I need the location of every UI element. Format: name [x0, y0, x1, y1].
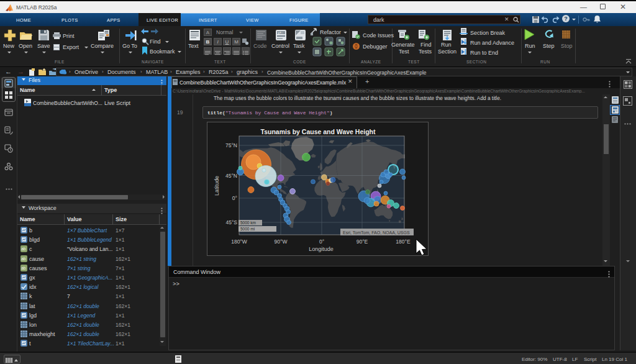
svg-text:Esri, TomTom, FAO, NOAA, USGS: Esri, TomTom, FAO, NOAA, USGS: [343, 230, 410, 235]
svg-text:45°S: 45°S: [225, 219, 237, 225]
svg-text:ab: ab: [21, 247, 26, 251]
svg-text:45°N: 45°N: [225, 173, 237, 179]
svg-text:180°W: 180°W: [231, 239, 247, 245]
svg-text:5000 km: 5000 km: [240, 221, 256, 225]
svg-text:0°: 0°: [232, 195, 237, 201]
svg-text:5000 mi: 5000 mi: [240, 227, 255, 231]
svg-text:180°E: 180°E: [396, 239, 411, 245]
svg-text:Longitude: Longitude: [309, 246, 334, 252]
svg-text:90°E: 90°E: [357, 239, 368, 245]
svg-text:ab: ab: [21, 266, 26, 270]
svg-text:Tsunamis by Cause and Wave Hei: Tsunamis by Cause and Wave Height: [261, 128, 376, 135]
svg-text:Latitude: Latitude: [214, 176, 220, 196]
svg-text:if:: if:: [278, 32, 283, 35]
svg-text:0°: 0°: [319, 239, 324, 245]
svg-text:ab: ab: [21, 257, 26, 261]
svg-text:75°N: 75°N: [225, 142, 237, 148]
svg-text:90°W: 90°W: [275, 239, 288, 245]
